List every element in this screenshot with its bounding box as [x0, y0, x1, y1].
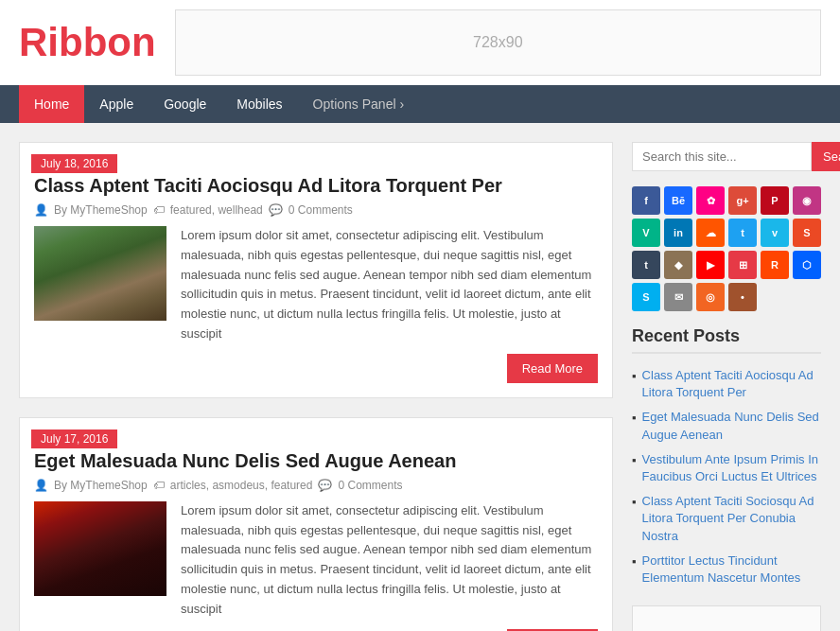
recent-posts-list: Class Aptent Taciti Aociosqu Ad Litora T… — [632, 363, 821, 590]
recent-post-link[interactable]: Porttitor Lectus Tincidunt Elementum Nas… — [642, 552, 821, 587]
post-tags: featured, wellhead — [170, 203, 263, 217]
recent-post-link[interactable]: Eget Malesuada Nunc Delis Sed Augue Aene… — [642, 409, 821, 443]
header-ad-banner: 728x90 — [175, 9, 821, 76]
flickr-icon[interactable]: ✿ — [696, 186, 725, 215]
post-date-badge: July 18, 2016 — [31, 154, 117, 173]
read-more-wrap: Read More — [20, 344, 612, 388]
recent-posts-title: Recent Posts — [632, 326, 821, 354]
soundcloud-icon[interactable]: ☁ — [696, 219, 725, 247]
email-icon[interactable]: ✉ — [664, 283, 692, 311]
nav-item-apple[interactable]: Apple — [84, 85, 149, 123]
tumblr-icon[interactable]: t — [632, 251, 660, 279]
sidebar: Search fBē✿g+P◉Vin☁tvSt◆▶⊞R⬡S✉◎• Recent … — [632, 142, 821, 631]
logo-text: Ribbon — [19, 20, 156, 64]
post-body: Lorem ipsum dolor sit amet, consectetur … — [20, 226, 612, 344]
site-logo[interactable]: Ribbon — [19, 23, 156, 62]
post-tags: articles, asmodeus, featured — [170, 479, 313, 492]
post-author: By MyThemeShop — [54, 203, 148, 217]
instagram-icon[interactable]: ◉ — [793, 186, 821, 215]
post-card: July 18, 2016 Class Aptent Taciti Aocios… — [19, 142, 613, 398]
unknown1-icon[interactable]: ◆ — [664, 251, 692, 279]
user-icon: 👤 — [34, 479, 48, 492]
post-card: July 17, 2016 Eget Malesuada Nunc Delis … — [19, 417, 613, 631]
main-content: July 18, 2016 Class Aptent Taciti Aocios… — [19, 142, 613, 631]
facebook-icon[interactable]: f — [632, 186, 660, 215]
page-header: Ribbon 728x90 — [0, 0, 840, 85]
post-title[interactable]: Eget Malesuada Nunc Delis Sed Augue Aene… — [34, 448, 598, 473]
comment-icon: 💬 — [269, 203, 283, 217]
search-button[interactable]: Search — [812, 142, 840, 171]
recent-post-link[interactable]: Class Aptent Taciti Aociosqu Ad Litora T… — [642, 367, 821, 401]
recent-post-item: Class Aptent Taciti Sociosqu Ad Litora T… — [632, 489, 821, 549]
nav-item-mobiles[interactable]: Mobiles — [221, 85, 297, 123]
tag-icon: 🏷 — [153, 479, 165, 492]
rss-icon[interactable]: ◎ — [696, 283, 725, 311]
user-icon: 👤 — [34, 203, 48, 217]
read-more-wrap: Read More — [20, 620, 612, 631]
recent-posts-section: Recent Posts Class Aptent Taciti Aociosq… — [632, 326, 821, 590]
nav-item-home[interactable]: Home — [19, 85, 84, 123]
recent-post-item: Vestibulum Ante Ipsum Primis In Faucibus… — [632, 447, 821, 489]
feed-icon[interactable]: ⊞ — [728, 251, 757, 279]
main-container: July 18, 2016 Class Aptent Taciti Aocios… — [0, 123, 840, 631]
behance-icon[interactable]: Bē — [664, 186, 692, 215]
recent-post-link[interactable]: Class Aptent Taciti Sociosqu Ad Litora T… — [642, 493, 821, 545]
extra-icon[interactable]: • — [728, 283, 757, 311]
pinterest-icon[interactable]: P — [761, 186, 789, 215]
recent-post-item: Eget Malesuada Nunc Delis Sed Augue Aene… — [632, 405, 821, 447]
ad-banner-text: 728x90 — [473, 34, 523, 51]
recent-post-item: Porttitor Lectus Tincidunt Elementum Nas… — [632, 549, 821, 590]
tag-icon: 🏷 — [153, 203, 165, 217]
google-plus-icon[interactable]: g+ — [728, 186, 757, 215]
read-more-button[interactable]: Read More — [507, 354, 598, 383]
post-image — [34, 226, 166, 321]
search-box: Search — [632, 142, 821, 171]
stumbleupon-icon[interactable]: S — [793, 219, 821, 247]
skype-icon[interactable]: S — [632, 283, 660, 311]
dropbox-icon[interactable]: ⬡ — [793, 251, 821, 279]
post-author: By MyThemeShop — [54, 479, 148, 492]
post-comments: 0 Comments — [289, 203, 353, 217]
search-input[interactable] — [632, 142, 812, 171]
comment-icon: 💬 — [318, 479, 332, 492]
main-nav: Home Apple Google Mobiles Options Panel … — [0, 85, 840, 123]
post-meta: 👤 By MyThemeShop 🏷 featured, wellhead 💬 … — [34, 203, 598, 217]
nav-item-google[interactable]: Google — [149, 85, 221, 123]
post-comments: 0 Comments — [338, 479, 402, 492]
linkedin-icon[interactable]: in — [664, 219, 692, 247]
post-image — [34, 501, 166, 596]
twitter-icon[interactable]: t — [728, 219, 757, 247]
post-title[interactable]: Class Aptent Taciti Aociosqu Ad Litora T… — [34, 173, 598, 198]
post-body: Lorem ipsum dolor sit amet, consectetur … — [20, 501, 612, 620]
nav-item-options[interactable]: Options Panel › — [298, 85, 420, 123]
post-excerpt: Lorem ipsum dolor sit amet, consectetur … — [181, 226, 598, 344]
vine-icon[interactable]: V — [632, 219, 660, 247]
sidebar-ad: 300x250 — [632, 605, 821, 631]
recent-post-link[interactable]: Vestibulum Ante Ipsum Primis In Faucibus… — [642, 451, 821, 485]
recent-post-item: Class Aptent Taciti Aociosqu Ad Litora T… — [632, 363, 821, 405]
youtube-icon[interactable]: ▶ — [696, 251, 725, 279]
reddit-icon[interactable]: R — [761, 251, 789, 279]
post-excerpt: Lorem ipsum dolor sit amet, consectetur … — [181, 501, 598, 620]
vimeo-icon[interactable]: v — [761, 219, 789, 247]
social-icons-grid: fBē✿g+P◉Vin☁tvSt◆▶⊞R⬡S✉◎• — [632, 186, 821, 311]
post-date-badge: July 17, 2016 — [31, 429, 117, 448]
post-meta: 👤 By MyThemeShop 🏷 articles, asmodeus, f… — [34, 479, 598, 492]
